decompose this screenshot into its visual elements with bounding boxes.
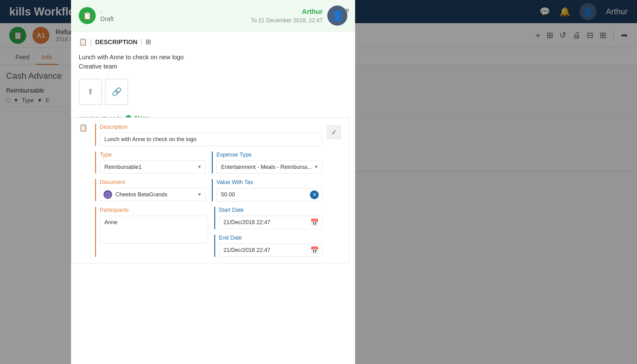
desc-toolbar-divider: | bbox=[90, 38, 92, 46]
end-date-input[interactable] bbox=[219, 244, 323, 257]
dialog-draft-info: - Draft bbox=[100, 9, 114, 23]
form-confirm-button[interactable]: ✓ bbox=[327, 125, 341, 139]
dialog-close-button[interactable]: × bbox=[345, 6, 350, 15]
table-icon[interactable]: ⊞ bbox=[145, 38, 151, 46]
document-col: Document ◯ Cheetos BetaGrandsOther ▼ bbox=[95, 179, 206, 201]
end-date-wrapper: 📅 bbox=[219, 244, 323, 257]
value-col: Value With Tax ✕ bbox=[212, 179, 322, 201]
type-expense-row: Type Reimbursable1Reimbursable2Non-Reimb… bbox=[95, 152, 322, 174]
participants-label: Participants bbox=[100, 207, 208, 213]
attachment-area: ⬆ 🔗 bbox=[79, 79, 347, 105]
expense-col: Expense Type Entertainment - Meals - Rei… bbox=[212, 152, 322, 174]
expense-label: Expense Type bbox=[216, 152, 322, 158]
desc-toolbar-label: DESCRIPTION bbox=[95, 39, 137, 46]
desc-toolbar: 📋 | DESCRIPTION | ⊞ bbox=[79, 38, 347, 46]
document-label: Document bbox=[100, 179, 206, 186]
desc-line2: Creative team bbox=[79, 62, 347, 71]
type-col: Type Reimbursable1Reimbursable2Non-Reimb… bbox=[95, 152, 206, 174]
description-label: Description bbox=[100, 124, 322, 130]
upload-box[interactable]: ⬆ bbox=[79, 79, 102, 105]
doc-select-wrapper: ◯ Cheetos BetaGrandsOther ▼ bbox=[100, 188, 206, 201]
value-input-wrapper: ✕ bbox=[216, 188, 322, 201]
end-date-label: End Date bbox=[219, 235, 323, 241]
value-clear-btn[interactable]: ✕ bbox=[310, 190, 319, 199]
upload-icon: ⬆ bbox=[87, 87, 94, 97]
dialog-record-icon: 📋 bbox=[79, 7, 96, 24]
desc-toolbar-divider2: | bbox=[140, 38, 142, 46]
start-date-wrapper: 📅 bbox=[219, 216, 323, 229]
dialog-arthur-name: Arthur bbox=[302, 8, 323, 16]
form-panel: 📋 Description Type Reimbursable1Reimburs… bbox=[71, 117, 349, 263]
start-date-label: Start Date bbox=[219, 207, 323, 213]
dialog-header: 📋 - Draft Arthur To 21 December 2018, 22… bbox=[71, 0, 355, 31]
doc-select[interactable]: Cheetos BetaGrandsOther bbox=[100, 188, 206, 201]
participants-input[interactable] bbox=[100, 216, 208, 244]
dates-col: Start Date 📅 End Date 📅 bbox=[214, 207, 323, 257]
start-date-calendar-icon[interactable]: 📅 bbox=[310, 219, 319, 227]
value-input[interactable] bbox=[216, 188, 322, 201]
expense-select[interactable]: Entertainment - Meals - Reimbursa...Trav… bbox=[216, 161, 322, 174]
end-date-calendar-icon[interactable]: 📅 bbox=[310, 246, 319, 254]
description-input[interactable] bbox=[100, 133, 322, 146]
dialog-header-right: Arthur To 21 December 2018, 22:47 bbox=[251, 8, 323, 24]
type-select[interactable]: Reimbursable1Reimbursable2Non-Reimbursab… bbox=[100, 161, 206, 174]
desc-line1: Lunch with Anne to check on new logo bbox=[79, 52, 347, 62]
dialog-draft-dash: - bbox=[100, 9, 114, 15]
start-date-input[interactable] bbox=[219, 216, 323, 229]
doc-brand-icon: ◯ bbox=[103, 190, 112, 199]
description-field: Description bbox=[95, 124, 322, 146]
value-label: Value With Tax bbox=[216, 179, 322, 186]
expense-select-wrapper: Entertainment - Meals - Reimbursa...Trav… bbox=[216, 161, 322, 174]
link-box[interactable]: 🔗 bbox=[105, 79, 128, 105]
description-text: Lunch with Anne to check on new logo Cre… bbox=[79, 52, 347, 71]
participants-col: Participants bbox=[95, 207, 208, 257]
participants-dates-row: Participants Start Date 📅 End Date bbox=[95, 207, 322, 257]
type-select-wrapper: Reimbursable1Reimbursable2Non-Reimbursab… bbox=[100, 161, 206, 174]
desc-toolbar-doc-icon: 📋 bbox=[79, 38, 87, 46]
dialog-arthur-avatar: 👤 bbox=[327, 6, 347, 26]
form-doc-icon: 📋 bbox=[79, 124, 87, 132]
doc-value-row: Document ◯ Cheetos BetaGrandsOther ▼ Val… bbox=[95, 179, 322, 201]
type-label: Type bbox=[100, 152, 206, 158]
dialog-draft-label: Draft bbox=[100, 15, 114, 23]
dialog-date: To 21 December 2018, 22:47 bbox=[251, 17, 323, 24]
link-icon: 🔗 bbox=[112, 87, 122, 97]
